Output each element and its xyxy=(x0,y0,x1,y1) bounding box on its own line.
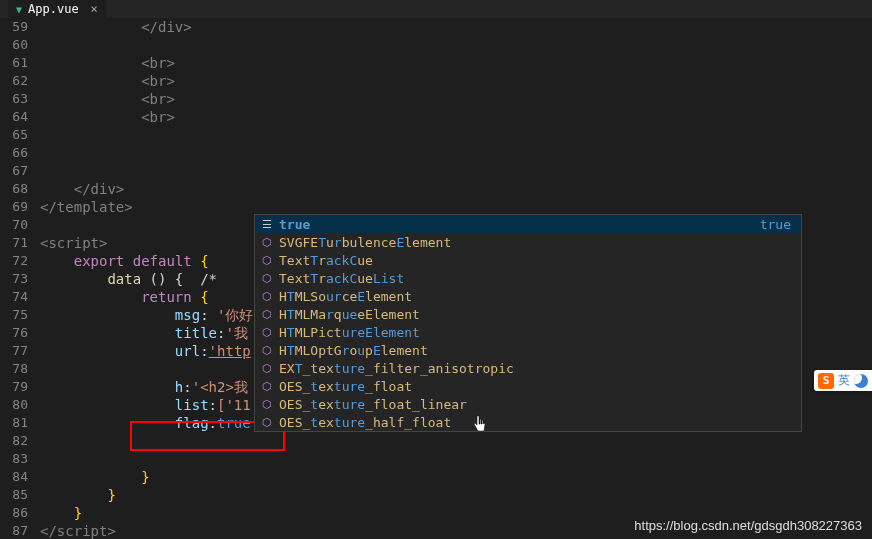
flag-property: flag xyxy=(175,415,209,431)
editor-area[interactable]: 5960616263646566676869707172737475767778… xyxy=(0,18,872,539)
line-number: 74 xyxy=(0,288,28,306)
suggest-item[interactable]: ⬡OES_texture_float xyxy=(255,377,801,395)
line-number: 63 xyxy=(0,90,28,108)
suggest-item[interactable]: ⬡TextTrackCueList xyxy=(255,269,801,287)
line-number: 85 xyxy=(0,486,28,504)
suggest-item[interactable]: ⬡SVGFETurbulenceElement xyxy=(255,233,801,251)
ime-language: 英 xyxy=(838,372,850,389)
line-number: 87 xyxy=(0,522,28,539)
keyword-icon: ☰ xyxy=(259,216,275,232)
symbol-icon: ⬡ xyxy=(259,414,275,430)
ime-sogou-icon: S xyxy=(818,373,834,389)
line-number: 67 xyxy=(0,162,28,180)
suggest-item-selected[interactable]: ☰ true true xyxy=(255,215,801,233)
symbol-icon: ⬡ xyxy=(259,360,275,376)
line-number: 86 xyxy=(0,504,28,522)
line-number: 60 xyxy=(0,36,28,54)
tab-filename: App.vue xyxy=(28,2,79,16)
line-number: 69 xyxy=(0,198,28,216)
line-number: 80 xyxy=(0,396,28,414)
line-number: 76 xyxy=(0,324,28,342)
line-number: 73 xyxy=(0,270,28,288)
symbol-icon: ⬡ xyxy=(259,288,275,304)
symbol-icon: ⬡ xyxy=(259,324,275,340)
symbol-icon: ⬡ xyxy=(259,270,275,286)
line-number: 79 xyxy=(0,378,28,396)
line-number: 66 xyxy=(0,144,28,162)
line-number: 78 xyxy=(0,360,28,378)
symbol-icon: ⬡ xyxy=(259,252,275,268)
suggest-item[interactable]: ⬡OES_texture_float_linear xyxy=(255,395,801,413)
line-number: 61 xyxy=(0,54,28,72)
symbol-icon: ⬡ xyxy=(259,342,275,358)
suggest-item[interactable]: ⬡HTMLSourceElement xyxy=(255,287,801,305)
file-tab[interactable]: ▼ App.vue × xyxy=(8,0,106,18)
line-number: 71 xyxy=(0,234,28,252)
line-number: 75 xyxy=(0,306,28,324)
symbol-icon: ⬡ xyxy=(259,396,275,412)
tab-bar: ▼ App.vue × xyxy=(0,0,872,18)
watermark-text: https://blog.csdn.net/gdsgdh308227363 xyxy=(634,518,862,533)
line-number: 64 xyxy=(0,108,28,126)
symbol-icon: ⬡ xyxy=(259,234,275,250)
line-number: 62 xyxy=(0,72,28,90)
suggest-item[interactable]: ⬡HTMLMarqueeElement xyxy=(255,305,801,323)
symbol-icon: ⬡ xyxy=(259,378,275,394)
line-number: 84 xyxy=(0,468,28,486)
suggest-item[interactable]: ⬡EXT_texture_filter_anisotropic xyxy=(255,359,801,377)
suggest-item[interactable]: ⬡TextTrackCue xyxy=(255,251,801,269)
ime-moon-icon xyxy=(854,374,868,388)
autocomplete-popup[interactable]: ☰ true true ⬡SVGFETurbulenceElement⬡Text… xyxy=(254,214,802,432)
code-content[interactable]: </div> <br> <br> <br> <br> </div> </temp… xyxy=(40,18,872,539)
line-number: 83 xyxy=(0,450,28,468)
line-number: 77 xyxy=(0,342,28,360)
line-number: 81 xyxy=(0,414,28,432)
close-icon[interactable]: × xyxy=(85,2,98,16)
line-number: 65 xyxy=(0,126,28,144)
vue-icon: ▼ xyxy=(16,4,22,15)
line-number: 59 xyxy=(0,18,28,36)
line-gutter: 5960616263646566676869707172737475767778… xyxy=(0,18,40,539)
line-number: 72 xyxy=(0,252,28,270)
suggest-item[interactable]: ⬡HTMLPictureElement xyxy=(255,323,801,341)
symbol-icon: ⬡ xyxy=(259,306,275,322)
line-number: 68 xyxy=(0,180,28,198)
flag-value: true xyxy=(217,415,251,431)
ime-indicator[interactable]: S 英 xyxy=(814,370,872,391)
suggest-item[interactable]: ⬡HTMLOptGroupElement xyxy=(255,341,801,359)
line-number: 70 xyxy=(0,216,28,234)
line-number: 82 xyxy=(0,432,28,450)
suggest-item[interactable]: ⬡OES_texture_half_float xyxy=(255,413,801,431)
